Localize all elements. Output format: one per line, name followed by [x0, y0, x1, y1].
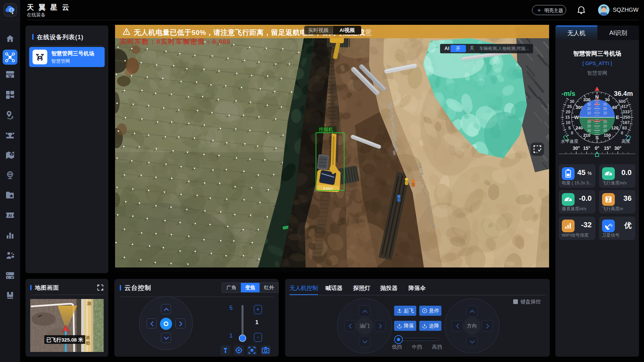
svg-text:路: 路 [87, 301, 92, 306]
svg-text:167: 167 [623, 120, 630, 125]
svg-text:30: 30 [570, 99, 574, 104]
svg-text:0°: 0° [595, 145, 599, 151]
svg-text:E: E [616, 114, 619, 120]
svg-text:都: 都 [85, 341, 90, 346]
svg-text:-m/s: -m/s [561, 90, 575, 97]
svg-text:83: 83 [622, 126, 627, 130]
svg-text:15: 15 [565, 115, 570, 120]
svg-text:25: 25 [567, 104, 572, 109]
svg-text:N: N [595, 94, 599, 100]
svg-text:36.4m: 36.4m [614, 90, 633, 97]
svg-text:30°: 30° [573, 145, 580, 151]
svg-text:60: 60 [612, 105, 617, 110]
svg-text:10: 10 [587, 120, 591, 124]
svg-text:15°: 15° [583, 145, 590, 151]
svg-text:30°: 30° [614, 145, 621, 151]
svg-text:417: 417 [621, 104, 628, 109]
svg-text:30: 30 [603, 103, 607, 106]
svg-text:10: 10 [566, 120, 571, 125]
svg-text:20: 20 [587, 107, 591, 111]
svg-text:水平速度: 水平速度 [561, 139, 578, 144]
svg-text:5: 5 [569, 126, 571, 130]
svg-text:15°: 15° [604, 145, 611, 151]
svg-text:0: 0 [571, 131, 573, 135]
svg-text:酒: 酒 [85, 335, 90, 340]
svg-text:20: 20 [603, 107, 607, 111]
svg-text:30: 30 [587, 129, 591, 132]
svg-text:30: 30 [603, 129, 607, 132]
svg-text:500: 500 [619, 99, 626, 104]
svg-text:150: 150 [604, 133, 611, 138]
svg-text:10: 10 [603, 111, 607, 115]
svg-text:0: 0 [621, 131, 623, 135]
svg-text:333: 333 [623, 110, 630, 114]
svg-text:S: S [595, 135, 599, 140]
svg-text:30: 30 [605, 97, 609, 102]
svg-text:20: 20 [566, 110, 571, 114]
svg-text:W: W [574, 114, 579, 120]
svg-text:250: 250 [623, 115, 630, 120]
svg-text:20: 20 [603, 124, 607, 128]
svg-text:210: 210 [583, 133, 591, 138]
svg-text:10: 10 [603, 120, 607, 124]
svg-text:已飞行325.08 米: 已飞行325.08 米 [46, 337, 84, 343]
svg-text:20: 20 [587, 124, 591, 128]
svg-text:高度: 高度 [622, 139, 630, 144]
svg-text:30: 30 [587, 103, 591, 106]
svg-text:AI: AI [8, 214, 12, 218]
svg-text:10: 10 [587, 111, 591, 115]
